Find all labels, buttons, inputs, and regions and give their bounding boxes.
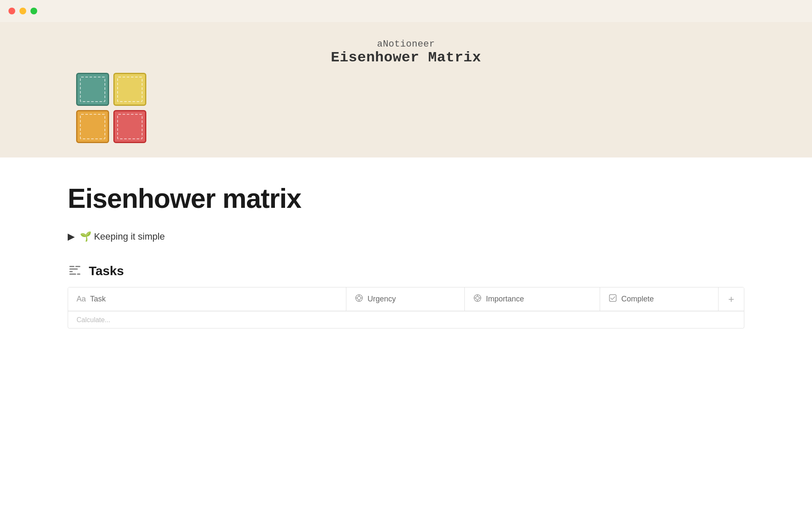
tasks-header: Tasks bbox=[68, 263, 744, 279]
tasks-icon bbox=[68, 263, 83, 279]
plus-icon[interactable]: + bbox=[728, 293, 734, 305]
svg-rect-2 bbox=[69, 268, 78, 270]
svg-rect-0 bbox=[69, 266, 74, 267]
partial-row-text: Calculate... bbox=[77, 316, 110, 324]
col-importance-header: Importance bbox=[465, 287, 600, 311]
matrix-icon bbox=[76, 73, 147, 144]
banner-subtitle: aNotioneer bbox=[331, 39, 481, 50]
urgency-col-label: Urgency bbox=[368, 295, 396, 304]
col-task-header: Aa Task bbox=[68, 287, 346, 311]
main-content: Eisenhower matrix ▶ 🌱 Keeping it simple … bbox=[0, 157, 812, 345]
tasks-table: Aa Task Urgency bbox=[68, 287, 744, 329]
toggle-arrow-icon[interactable]: ▶ bbox=[68, 231, 75, 242]
complete-col-icon bbox=[609, 294, 617, 304]
svg-rect-4 bbox=[69, 273, 76, 275]
banner-text: aNotioneer Eisenhower Matrix bbox=[331, 39, 481, 66]
banner-title: Eisenhower Matrix bbox=[331, 50, 481, 66]
tasks-section-title: Tasks bbox=[89, 264, 124, 278]
task-col-label: Task bbox=[90, 295, 106, 304]
toggle-label: Keeping it simple bbox=[94, 231, 165, 242]
svg-rect-1 bbox=[75, 266, 80, 267]
close-button[interactable] bbox=[8, 8, 15, 14]
matrix-cell-schedule bbox=[113, 73, 146, 106]
toggle-emoji: 🌱 bbox=[80, 231, 91, 242]
table-header-row: Aa Task Urgency bbox=[68, 287, 744, 311]
maximize-button[interactable] bbox=[30, 8, 37, 14]
matrix-cell-delegate bbox=[76, 110, 109, 143]
task-col-icon: Aa bbox=[77, 295, 86, 304]
svg-point-9 bbox=[476, 296, 479, 300]
banner: aNotioneer Eisenhower Matrix bbox=[0, 22, 812, 157]
col-complete-header: Complete bbox=[600, 287, 719, 311]
importance-col-label: Importance bbox=[486, 295, 524, 304]
page-title: Eisenhower matrix bbox=[68, 183, 744, 214]
col-urgency-header: Urgency bbox=[346, 287, 465, 311]
minimize-button[interactable] bbox=[19, 8, 26, 14]
tasks-section: Tasks Aa Task bbox=[68, 263, 744, 329]
add-column-button[interactable]: + bbox=[719, 287, 744, 311]
title-bar bbox=[0, 0, 812, 22]
complete-col-label: Complete bbox=[621, 295, 654, 304]
importance-col-icon bbox=[473, 294, 482, 304]
svg-rect-5 bbox=[77, 273, 80, 275]
svg-point-7 bbox=[357, 296, 361, 300]
toggle-text: 🌱 Keeping it simple bbox=[80, 231, 165, 242]
matrix-cell-do bbox=[76, 73, 109, 106]
toggle-row[interactable]: ▶ 🌱 Keeping it simple bbox=[68, 231, 744, 242]
svg-rect-3 bbox=[69, 271, 73, 272]
urgency-col-icon bbox=[355, 294, 363, 304]
table-partial-row: Calculate... bbox=[68, 311, 744, 328]
matrix-cell-delete bbox=[113, 110, 146, 143]
